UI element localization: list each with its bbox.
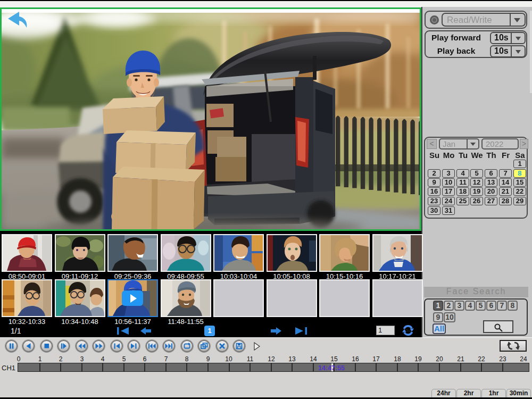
svg-text:Go: Go xyxy=(405,328,411,333)
